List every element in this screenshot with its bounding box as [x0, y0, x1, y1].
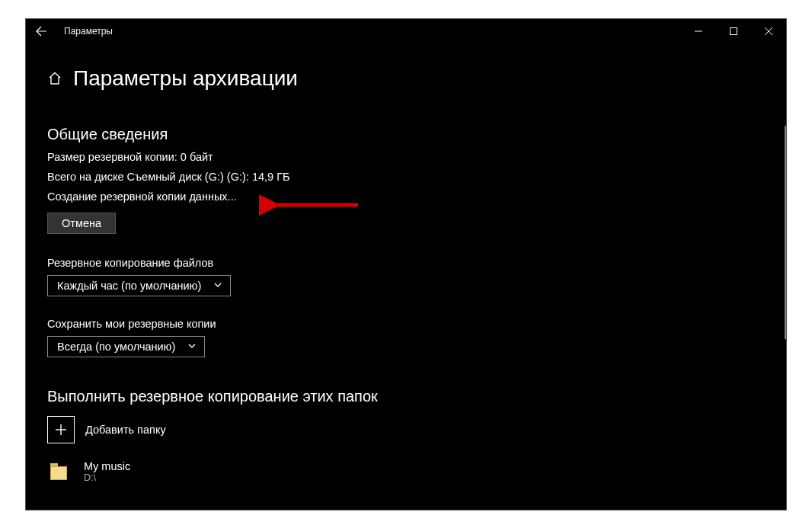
- frequency-label: Резервное копирование файлов: [47, 257, 765, 269]
- page-title: Параметры архивации: [73, 66, 298, 91]
- chevron-down-icon: [213, 280, 222, 292]
- back-button[interactable]: [26, 19, 56, 43]
- add-folder-button[interactable]: Добавить папку: [47, 416, 765, 443]
- frequency-dropdown[interactable]: Каждый час (по умолчанию): [47, 275, 231, 296]
- home-icon: [47, 71, 62, 86]
- close-button[interactable]: [751, 19, 786, 43]
- scrollbar[interactable]: [783, 43, 786, 510]
- cancel-button[interactable]: Отмена: [47, 213, 116, 234]
- retention-dropdown[interactable]: Всегда (по умолчанию): [47, 336, 205, 357]
- retention-label: Сохранить мои резервные копии: [47, 318, 765, 330]
- scrollbar-thumb[interactable]: [785, 126, 786, 339]
- window-title: Параметры: [64, 26, 113, 37]
- settings-window: Параметры: [25, 18, 787, 510]
- minimize-button[interactable]: [681, 19, 716, 43]
- disk-space-line: Всего на диске Съемный диск (G:) (G:): 1…: [47, 171, 765, 183]
- backup-size-line: Размер резервной копии: 0 байт: [47, 151, 765, 163]
- close-icon: [765, 27, 772, 35]
- titlebar: Параметры: [26, 19, 786, 43]
- add-folder-label: Добавить папку: [85, 424, 166, 436]
- folder-icon: [50, 463, 70, 480]
- folders-heading: Выполнить резервное копирование этих пап…: [47, 388, 765, 405]
- retention-value: Всегда (по умолчанию): [57, 341, 175, 353]
- folder-name: My music: [84, 460, 130, 472]
- maximize-icon: [730, 27, 737, 35]
- frequency-value: Каждый час (по умолчанию): [57, 280, 201, 292]
- window-controls: [681, 19, 786, 43]
- content-area: Параметры архивации Общие сведения Разме…: [26, 43, 786, 483]
- plus-icon: [47, 416, 75, 443]
- home-button[interactable]: [47, 71, 62, 86]
- overview-heading: Общие сведения: [47, 126, 765, 143]
- maximize-button[interactable]: [716, 19, 751, 43]
- folder-path: D:\: [84, 472, 130, 483]
- page-header: Параметры архивации: [47, 66, 765, 91]
- backup-status-line: Создание резервной копии данных...: [47, 190, 765, 203]
- arrow-left-icon: [35, 25, 47, 37]
- folder-text: My music D:\: [84, 460, 130, 483]
- minimize-icon: [695, 27, 702, 35]
- svg-rect-1: [730, 28, 737, 35]
- folder-item[interactable]: My music D:\: [47, 460, 765, 483]
- chevron-down-icon: [187, 341, 197, 353]
